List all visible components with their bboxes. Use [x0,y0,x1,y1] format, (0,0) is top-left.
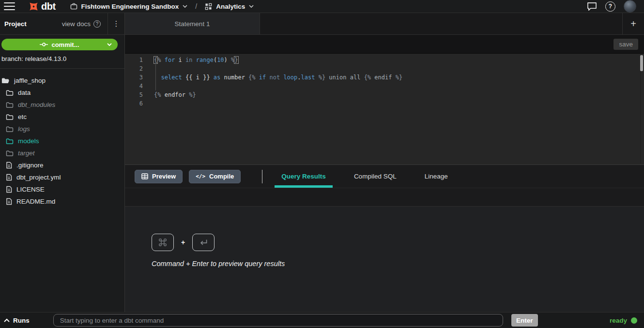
sidebar: Project view docs ? ⋮ commit... branch: … [0,13,125,312]
tree-item-models[interactable]: models [0,135,124,147]
tree-item-readme-md[interactable]: README.md [0,195,124,208]
code-line-2[interactable]: 2 [125,64,644,73]
tree-item--gitignore[interactable]: .gitignore [0,159,124,171]
file-tree: jaffle_shopdatadbt_modulesetclogsmodelst… [0,69,124,312]
code-editor[interactable]: 1{% for i in range(10) %}23 select {{ i … [125,54,644,165]
tree-item-label: models [18,137,39,145]
preview-label: Preview [152,173,176,180]
code-line-1[interactable]: 1{% for i in range(10) %} [125,56,644,64]
toolbar-divider [262,170,262,183]
tree-item-label: logs [18,125,30,133]
hamburger-menu-icon[interactable] [4,2,15,10]
tab-label: Compiled SQL [354,173,397,180]
editor-scrollbar[interactable] [640,54,644,164]
topbar-actions: ? [587,0,636,13]
folder-icon [6,126,14,133]
project-name[interactable]: Analytics [216,3,245,10]
tree-item-logs[interactable]: logs [0,123,124,135]
chat-icon[interactable] [587,2,597,11]
tree-item-etc[interactable]: etc [0,111,124,123]
account-name[interactable]: Fishtown Engineering Sandbox [81,3,179,10]
kebab-menu-icon[interactable]: ⋮ [107,13,124,34]
indent-guide [155,64,156,90]
code-icon: </> [196,173,205,179]
user-avatar[interactable] [624,0,636,13]
tab-label: Lineage [425,173,448,180]
editor-tabbar: Statement 1 + [125,13,644,35]
status-dot-icon [631,317,637,324]
view-docs-link[interactable]: view docs ? [62,20,101,28]
editor-toolbar: save [125,35,644,54]
tree-item-license[interactable]: LICENSE [0,183,124,195]
tab-label: Statement 1 [175,20,210,28]
runs-toggle[interactable]: Runs [4,317,30,324]
dbt-command-input[interactable] [53,314,503,327]
tree-item-label: jaffle_shop [14,77,46,84]
tree-item-label: dbt_modules [18,101,55,108]
dbt-logo-text: dbt [41,1,56,12]
line-number: 1 [125,57,143,63]
tree-item-data[interactable]: data [0,87,124,99]
plus-separator: + [181,239,185,246]
line-number: 5 [125,91,143,98]
file-icon [6,186,12,193]
code-text: select {{ i }} as number {% if not loop.… [143,74,402,81]
compile-button[interactable]: </> Compile [189,170,241,183]
git-section: commit... branch: release/4.13.0 [0,35,124,69]
chevron-down-icon[interactable] [249,5,254,8]
tree-item-label: .gitignore [16,162,44,169]
editor-panel: Statement 1 + save 1{% for i in range(10… [125,13,644,312]
file-icon [6,162,12,169]
save-button[interactable]: save [613,39,638,50]
tab-statement-1[interactable]: Statement 1 [125,13,260,34]
grid-icon [205,3,212,10]
chevron-down-icon[interactable] [183,5,187,8]
chevron-up-icon [4,318,10,322]
tree-item-dbt-modules[interactable]: dbt_modules [0,99,124,111]
tab-lineage[interactable]: Lineage [418,165,455,188]
new-tab-button[interactable]: + [622,13,644,34]
preview-button[interactable]: Preview [135,170,183,183]
file-icon [6,198,12,205]
folder-icon [6,89,14,96]
tab-query-results[interactable]: Query Results [275,165,333,188]
sidebar-title: Project [4,20,27,28]
tree-item-label: target [18,149,35,157]
breadcrumb-separator: / [195,2,197,10]
status-label: ready [610,317,627,324]
code-line-5[interactable]: 5{% endfor %} [125,90,644,99]
sidebar-header: Project view docs ? ⋮ [0,13,124,35]
line-number: 3 [125,74,143,81]
tree-item-label: etc [18,113,27,120]
runs-label: Runs [13,317,30,324]
code-line-3[interactable]: 3 select {{ i }} as number {% if not loo… [125,73,644,82]
file-icon [6,174,12,181]
breadcrumb: Fishtown Engineering Sandbox / Analytics [70,2,254,10]
tree-item-label: LICENSE [16,186,45,193]
command-key [152,234,174,251]
results-header: Preview </> Compile Query Results Compil… [125,165,644,188]
enter-button[interactable]: Enter [511,314,538,327]
line-number: 6 [125,100,143,107]
code-line-6[interactable]: 6 [125,99,644,108]
docs-help-icon: ? [93,20,101,28]
tree-item-dbt-project-yml[interactable]: dbt_project.yml [0,171,124,183]
tree-item-label: dbt_project.yml [16,174,61,181]
commit-button[interactable]: commit... [1,39,118,50]
command-bar: Runs Enter ready [0,312,644,328]
tree-item-jaffle-shop[interactable]: jaffle_shop [0,75,124,87]
help-icon[interactable]: ? [605,1,615,12]
tree-item-label: README.md [16,198,55,205]
results-body: + Command + Enter to preview query resul… [125,207,644,312]
results-subheader [125,188,644,207]
table-icon [141,173,148,179]
code-text: {% endfor %} [143,91,196,98]
code-text: {% for i in range(10) %} [143,57,238,63]
scrollbar-thumb[interactable] [640,55,643,71]
branch-label: branch: release/4.13.0 [1,55,118,62]
code-line-4[interactable]: 4 [125,82,644,90]
return-icon [198,238,209,247]
tab-label: Query Results [281,173,326,180]
tab-compiled-sql[interactable]: Compiled SQL [347,165,403,188]
tree-item-target[interactable]: target [0,147,124,159]
